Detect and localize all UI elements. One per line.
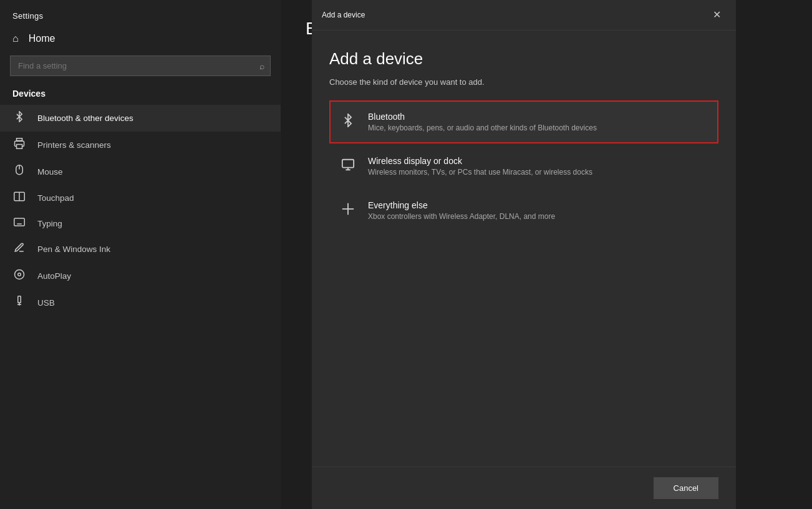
- device-option-bluetooth[interactable]: Bluetooth Mice, keyboards, pens, or audi…: [329, 100, 718, 143]
- printers-icon: [12, 138, 26, 152]
- pen-icon: [12, 242, 26, 256]
- sidebar-item-typing-label: Typing: [37, 219, 62, 228]
- sidebar-item-bluetooth-label: Bluetooth & other devices: [37, 114, 133, 123]
- everything-else-icon: [339, 202, 357, 219]
- wireless-option-text: Wireless display or dock Wireless monito…: [368, 156, 592, 177]
- wireless-option-desc: Wireless monitors, TVs, or PCs that use …: [368, 168, 592, 177]
- add-device-dialog: Add a device ✕ Add a device Choose the k…: [312, 0, 736, 509]
- sidebar-item-mouse[interactable]: Mouse: [0, 158, 281, 185]
- bluetooth-icon: [12, 111, 26, 125]
- sidebar-item-pen[interactable]: Pen & Windows Ink: [0, 236, 281, 263]
- dialog-body: Add a device Choose the kind of device y…: [312, 31, 736, 467]
- svg-rect-15: [342, 160, 354, 168]
- device-option-everything-else[interactable]: Everything else Xbox controllers with Wi…: [329, 189, 718, 232]
- bluetooth-option-title: Bluetooth: [368, 112, 597, 122]
- sidebar-item-touchpad-label: Touchpad: [37, 193, 74, 203]
- svg-point-11: [15, 270, 24, 279]
- sidebar-item-usb-label: USB: [37, 298, 55, 308]
- sidebar-item-typing[interactable]: Typing: [0, 211, 281, 236]
- sidebar-item-usb[interactable]: USB: [0, 289, 281, 316]
- cancel-button[interactable]: Cancel: [654, 477, 718, 499]
- sidebar: Settings ⌂ Home ⌕ Devices Bluetooth & ot…: [0, 0, 281, 509]
- dialog-title-text: Add a device: [322, 11, 365, 19]
- dialog-titlebar: Add a device ✕: [312, 0, 736, 31]
- sidebar-item-printers[interactable]: Printers & scanners: [0, 132, 281, 158]
- wireless-display-icon: [339, 158, 357, 175]
- dialog-footer: Cancel: [312, 467, 736, 509]
- sidebar-item-autoplay-label: AutoPlay: [37, 271, 71, 281]
- sidebar-item-autoplay[interactable]: AutoPlay: [0, 263, 281, 289]
- dialog-main-title: Add a device: [329, 49, 718, 69]
- sidebar-item-pen-label: Pen & Windows Ink: [37, 245, 110, 254]
- svg-point-12: [18, 273, 21, 276]
- bluetooth-option-desc: Mice, keyboards, pens, or audio and othe…: [368, 124, 597, 132]
- sidebar-item-printers-label: Printers & scanners: [37, 140, 111, 150]
- svg-rect-0: [17, 138, 22, 141]
- sidebar-item-touchpad[interactable]: Touchpad: [0, 185, 281, 211]
- bluetooth-option-text: Bluetooth Mice, keyboards, pens, or audi…: [368, 112, 597, 132]
- dialog-close-button[interactable]: ✕: [708, 7, 726, 22]
- sidebar-item-mouse-label: Mouse: [37, 167, 63, 177]
- everything-else-option-desc: Xbox controllers with Wireless Adapter, …: [368, 212, 555, 221]
- everything-else-option-text: Everything else Xbox controllers with Wi…: [368, 200, 555, 221]
- search-icon: ⌕: [259, 61, 264, 71]
- wireless-option-title: Wireless display or dock: [368, 156, 592, 166]
- svg-rect-13: [18, 296, 21, 303]
- home-icon: ⌂: [12, 33, 19, 44]
- everything-else-option-title: Everything else: [368, 200, 555, 210]
- main-content: Bl Add a device ✕ Add a device Choose th…: [281, 0, 812, 509]
- mouse-icon: [12, 165, 26, 179]
- autoplay-icon: [12, 269, 26, 283]
- search-input[interactable]: [10, 56, 271, 76]
- section-label: Devices: [0, 85, 281, 105]
- search-container: ⌕: [10, 56, 271, 76]
- device-option-wireless[interactable]: Wireless display or dock Wireless monito…: [329, 145, 718, 188]
- sidebar-item-home[interactable]: ⌂ Home: [0, 27, 281, 51]
- home-label: Home: [29, 33, 56, 44]
- svg-rect-1: [17, 145, 22, 149]
- touchpad-icon: [12, 191, 26, 205]
- bluetooth-option-icon: [339, 114, 357, 130]
- sidebar-item-bluetooth[interactable]: Bluetooth & other devices: [0, 105, 281, 132]
- keyboard-icon: [12, 217, 26, 230]
- svg-rect-6: [14, 218, 25, 226]
- app-title: Settings: [0, 0, 281, 27]
- usb-icon: [12, 296, 26, 310]
- dialog-subtitle: Choose the kind of device you want to ad…: [329, 77, 718, 87]
